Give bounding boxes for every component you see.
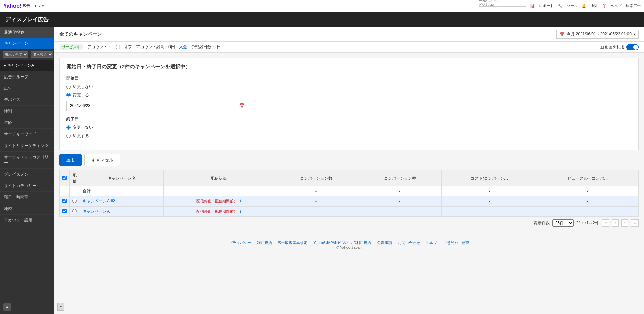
calendar-icon: 📅 [559,32,564,37]
footer-help-link[interactable]: ヘルプ [426,241,437,245]
report-link[interactable]: レポート [539,3,554,8]
account-label: アカウント： [87,44,112,50]
start-no-change-radio[interactable] [66,85,71,89]
row2-conv-rate-cell: - [358,207,442,217]
total-checkbox-cell [60,186,70,196]
end-no-change-label: 変更しない [73,125,93,130]
campaigns-table: 配信 キャンペーン名 配信状況 コンバージョン数 コンバージョン率 コスト/コン… [59,170,639,217]
row1-campaign-link[interactable]: キャンペーンA #2 [83,199,115,203]
th-conv-rate: コンバージョン率 [358,170,442,186]
sidebar-item-adgroup[interactable]: 広告グループ [0,71,54,83]
end-no-change-radio[interactable] [66,125,71,130]
table-row: キャンペーンA #2 配信停止（配信期間前） ℹ - - - - [60,196,639,207]
page-size-label: 表示件数 [533,220,550,226]
search-ad-link[interactable]: 検索広告 [626,3,641,8]
sidebar-display-controls: 表示：全て 並べ替え [0,49,54,60]
row1-info-icon[interactable]: ℹ [240,199,241,203]
sidebar-item-region[interactable]: 地域 [0,203,54,215]
row2-radio[interactable] [72,209,77,213]
help-link[interactable]: ヘルプ [611,3,622,8]
display-select[interactable]: 表示：全て [3,51,28,58]
end-change-radio[interactable] [66,134,71,138]
sidebar-item-placement[interactable]: プレイスメント [0,169,54,180]
th-delivery-status: 配信状況 [163,170,274,186]
chevron-icon: ▸ [4,63,6,68]
row1-conv-cell: - [274,196,358,207]
select-all-checkbox[interactable] [62,176,67,180]
row2-view-cell: - [537,207,638,217]
sidebar-item-optimization[interactable]: 最適化提案 [0,27,54,38]
test-chevron-icon: ▾ [42,4,44,8]
business-id-label: Yahoo! JAPANビジネスID [479,0,526,6]
date-range-selector[interactable]: 📅 今月 2021/06/01～2021/06/23 01:00 ▾ [556,30,639,39]
total-conv-cell: - [274,186,358,196]
row2-checkbox[interactable] [62,209,67,213]
sidebar-item-gender[interactable]: 性別 [0,106,54,117]
footer-privacy-link[interactable]: プライバシー [229,241,251,245]
sidebar-item-device[interactable]: デバイス [0,94,54,106]
sidebar-item-campaign[interactable]: キャンペーン [0,38,54,49]
status-badge: サービス中 [59,44,83,50]
notification-icon: 🔔 [582,4,586,8]
footer-terms-link[interactable]: 利用規約 [257,241,272,245]
end-no-change-option[interactable]: 変更しない [66,125,632,130]
footer-disclaimer-link[interactable]: 免責事項 [377,241,392,245]
business-id-input[interactable] [479,6,526,12]
date-input[interactable]: 2021/06/23 [70,103,239,108]
page-header: 全てのキャンペーン 📅 今月 2021/06/01～2021/06/23 01:… [54,27,644,42]
row1-checkbox-cell [60,196,70,207]
sidebar-campaign-link[interactable]: ▸ キャンペーンA [0,60,54,71]
form-section: 開始日・終了日の変更（2件のキャンペーンを選択中） 開始日 変更しない 変更する [59,58,639,150]
sidebar-item-site-category[interactable]: サイトカテゴリー [0,180,54,192]
sidebar-item-site-retargeting[interactable]: サイトリターゲティング [0,140,54,152]
sidebar: 最適化提案 キャンペーン 表示：全て 並べ替え ▸ キャンペーンA 広告グループ… [0,27,54,314]
sidebar-item-age[interactable]: 年齢 [0,117,54,129]
sidebar-item-account-settings[interactable]: アカウント設定 [0,215,54,226]
date-range-text: 今月 2021/06/01～2021/06/23 01:00 [566,31,632,37]
tools-link[interactable]: ツール [566,3,578,8]
sidebar-item-audience-category[interactable]: オーディエンスカテゴリー [0,152,54,169]
sidebar-collapse-right-button[interactable]: » [57,303,64,311]
calendar-picker-icon[interactable]: 📅 [239,103,245,108]
row2-campaign-link[interactable]: キャンペーンA [83,209,110,214]
row1-radio[interactable] [72,199,77,203]
row2-name-cell: キャンペーンA [80,207,164,217]
next-page-button[interactable]: › [621,219,628,227]
last-page-button[interactable]: » [631,219,639,227]
top-header: Yahoo! 広告 TEST ▾ Yahoo! JAPANビジネスID 📊 レポ… [0,0,644,12]
page-size-select[interactable]: 25件 50件 100件 [552,219,574,227]
sort-select[interactable]: 並べ替え [31,51,53,58]
sidebar-item-search-keyword[interactable]: サーチキーワード [0,129,54,140]
footer-contact-link[interactable]: お問い合わせ [398,241,420,245]
footer-ad-policy-link[interactable]: 広告取扱基本規定 [278,241,307,245]
th-cost-conv: コスト/コンバージ… [442,170,537,186]
notification-link[interactable]: 通知 [590,3,598,8]
deposit-link[interactable]: 入金 [179,44,187,50]
footer-copyright: © Yahoo Japan [59,245,639,249]
sidebar-item-day-time[interactable]: 曜日・時間帯 [0,192,54,203]
end-change-label: 変更する [73,133,89,139]
start-date-group: 開始日 変更しない 変更する 2021/06/23 📅 [66,75,632,111]
start-change-radio[interactable] [66,93,71,97]
prev-page-button[interactable]: ‹ [612,219,619,227]
start-no-change-option[interactable]: 変更しない [66,84,632,90]
row1-cost-cell: - [442,196,537,207]
new-screen-toggle[interactable] [626,44,639,50]
test-label[interactable]: TEST [33,4,42,8]
report-icon: 📊 [530,4,535,8]
footer-feedback-link[interactable]: ご意見やご要望 [443,241,469,245]
account-off-radio[interactable] [116,45,120,49]
app-title: ディスプレイ広告 [5,16,49,23]
row1-checkbox[interactable] [62,199,67,203]
end-change-option[interactable]: 変更する [66,133,632,139]
start-change-option[interactable]: 変更する [66,92,632,98]
sidebar-item-ad[interactable]: 広告 [0,83,54,94]
footer-business-terms-link[interactable]: Yahoo! JAPANビジネスID利用規約 [313,241,371,245]
business-id-area: Yahoo! JAPANビジネスID [479,0,526,12]
row2-info-icon[interactable]: ℹ [240,209,241,213]
apply-button[interactable]: 適用 [59,154,82,166]
cancel-button[interactable]: キャンセル [84,154,120,166]
sidebar-collapse-button[interactable]: « [3,303,11,311]
start-date-radio-group: 変更しない 変更する [66,84,632,98]
first-page-button[interactable]: « [602,219,610,227]
